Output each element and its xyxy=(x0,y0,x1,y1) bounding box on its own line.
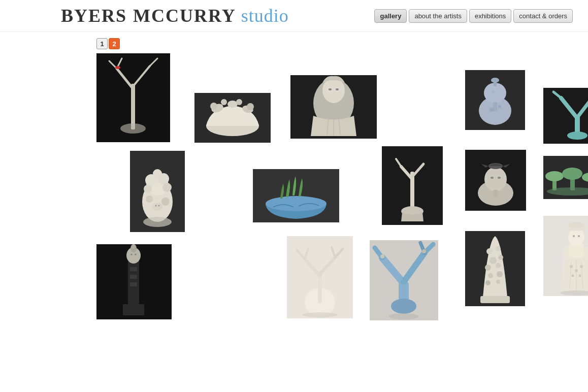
logo-mccurry: mccurry xyxy=(133,5,236,26)
svg-point-130 xyxy=(573,235,575,237)
svg-rect-1 xyxy=(131,84,135,129)
svg-point-7 xyxy=(115,66,120,69)
gallery-container xyxy=(96,53,553,368)
gallery-item-2[interactable] xyxy=(194,93,271,143)
svg-point-54 xyxy=(152,203,162,211)
nav: gallery about the artists exhibitions co… xyxy=(374,9,573,23)
svg-point-123 xyxy=(496,280,500,284)
svg-point-34 xyxy=(492,90,495,93)
svg-point-14 xyxy=(210,103,217,110)
svg-rect-88 xyxy=(130,282,137,286)
nav-gallery[interactable]: gallery xyxy=(374,9,407,23)
svg-point-141 xyxy=(579,275,581,277)
svg-point-115 xyxy=(496,246,501,251)
svg-point-32 xyxy=(489,108,494,112)
svg-rect-87 xyxy=(130,275,137,279)
svg-point-21 xyxy=(329,88,332,90)
gallery-item-5[interactable] xyxy=(543,88,588,144)
svg-point-84 xyxy=(130,254,133,255)
svg-point-140 xyxy=(572,275,574,277)
gallery-item-10[interactable] xyxy=(543,156,588,199)
svg-point-110 xyxy=(380,254,384,258)
svg-point-122 xyxy=(485,280,491,285)
svg-point-20 xyxy=(322,78,345,103)
svg-point-17 xyxy=(247,103,254,110)
page-1-button[interactable]: 1 xyxy=(96,38,108,49)
svg-point-53 xyxy=(161,198,170,206)
svg-point-120 xyxy=(488,273,493,278)
svg-point-75 xyxy=(545,171,564,181)
svg-point-22 xyxy=(336,88,339,90)
svg-point-91 xyxy=(132,245,135,249)
svg-rect-29 xyxy=(493,102,497,111)
svg-point-69 xyxy=(491,177,494,179)
svg-point-137 xyxy=(570,265,573,268)
svg-point-138 xyxy=(575,269,578,272)
svg-point-42 xyxy=(567,132,587,140)
svg-point-31 xyxy=(491,78,499,83)
gallery-item-9[interactable] xyxy=(465,150,526,211)
svg-point-15 xyxy=(221,99,227,105)
gallery-item-7[interactable] xyxy=(253,169,339,222)
svg-point-8 xyxy=(120,123,146,134)
gallery-item-14[interactable] xyxy=(465,231,525,306)
svg-point-112 xyxy=(388,313,419,319)
svg-point-114 xyxy=(486,248,493,254)
nav-contact[interactable]: contact & orders xyxy=(513,9,573,23)
page-2-button[interactable]: 2 xyxy=(109,38,120,49)
logo: byers mccurry studio xyxy=(61,5,289,26)
svg-point-33 xyxy=(498,105,501,108)
svg-point-104 xyxy=(391,299,416,314)
gallery-item-12[interactable] xyxy=(287,236,353,318)
svg-point-50 xyxy=(144,185,152,193)
svg-point-77 xyxy=(562,168,582,180)
logo-byers: byers xyxy=(61,5,127,26)
svg-point-52 xyxy=(146,195,153,203)
svg-point-56 xyxy=(158,205,160,207)
svg-point-70 xyxy=(498,177,501,179)
svg-point-16 xyxy=(236,99,242,105)
gallery xyxy=(0,53,588,383)
svg-point-139 xyxy=(580,265,583,268)
svg-rect-86 xyxy=(130,267,137,271)
svg-point-12 xyxy=(227,101,238,108)
gallery-item-15[interactable] xyxy=(543,216,588,296)
svg-point-117 xyxy=(498,255,503,260)
gallery-item-11[interactable] xyxy=(96,244,172,319)
svg-rect-89 xyxy=(123,304,144,315)
gallery-item-4[interactable] xyxy=(465,70,525,130)
svg-rect-72 xyxy=(494,190,498,197)
gallery-item-13[interactable] xyxy=(370,240,438,320)
svg-point-57 xyxy=(143,217,172,227)
svg-point-85 xyxy=(135,254,137,255)
nav-exhibitions[interactable]: exhibitions xyxy=(469,9,511,23)
gallery-item-8[interactable] xyxy=(382,146,443,225)
gallery-item-6[interactable] xyxy=(130,151,185,232)
svg-point-118 xyxy=(485,265,491,271)
svg-rect-124 xyxy=(480,296,510,303)
gallery-item-3[interactable] xyxy=(290,75,377,139)
svg-point-131 xyxy=(578,235,580,237)
svg-point-68 xyxy=(484,167,507,191)
svg-point-55 xyxy=(155,205,157,207)
svg-point-119 xyxy=(496,263,501,268)
svg-point-101 xyxy=(302,312,338,317)
nav-about[interactable]: about the artists xyxy=(409,9,467,23)
gallery-item-1[interactable] xyxy=(96,53,170,142)
svg-point-51 xyxy=(162,183,172,192)
header: byers mccurry studio gallery about the a… xyxy=(0,0,588,32)
svg-point-121 xyxy=(497,271,503,277)
svg-point-59 xyxy=(266,196,326,211)
svg-point-111 xyxy=(422,249,426,253)
pagination: 1 2 xyxy=(0,32,588,53)
svg-point-116 xyxy=(489,257,497,264)
svg-point-49 xyxy=(153,169,162,178)
logo-studio: studio xyxy=(241,5,289,26)
svg-point-129 xyxy=(568,222,584,228)
